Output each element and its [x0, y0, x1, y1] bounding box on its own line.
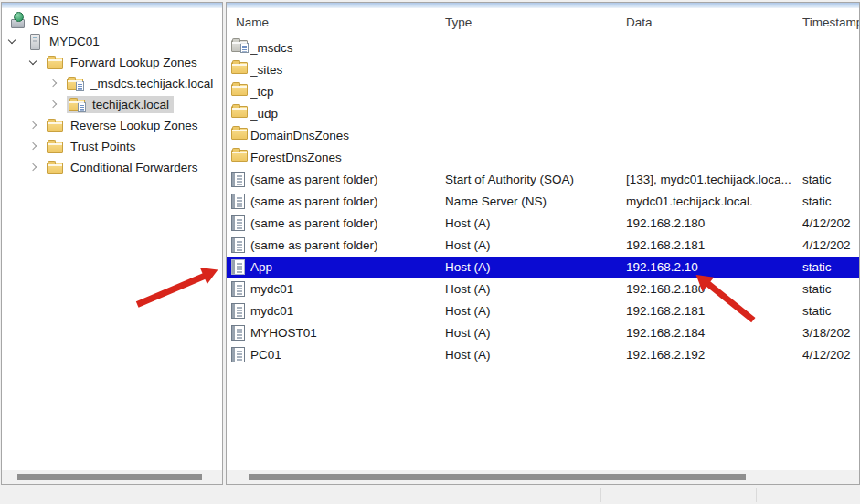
record-name: MYHOST01 — [250, 322, 317, 344]
zone-folder-icon — [67, 79, 83, 90]
dns-record-row[interactable]: _udp — [227, 103, 859, 125]
server-icon — [30, 34, 40, 50]
record-type: Host (A) — [445, 344, 491, 366]
record-name: PC01 — [250, 344, 281, 366]
column-header-type[interactable]: Type — [445, 8, 472, 37]
record-name: _tcp — [250, 81, 274, 103]
tree-selection-highlight: techijack.local — [67, 96, 174, 113]
record-icon — [231, 215, 245, 231]
tree-item-label: Trust Points — [68, 139, 139, 154]
horizontal-scrollbar[interactable] — [2, 470, 222, 484]
record-data: mydc01.techijack.local. — [626, 191, 753, 213]
tree-item-reverse-lookup-zones[interactable]: Reverse Lookup Zones — [2, 115, 222, 136]
record-type: Name Server (NS) — [445, 191, 547, 213]
records-list-panel: Name Type Data Timestamp _msdcs _sites _… — [226, 2, 860, 485]
folder-icon — [47, 142, 63, 153]
record-icon — [231, 259, 245, 275]
record-data: 192.168.2.184 — [626, 322, 705, 344]
tree-item-forward-lookup-zones[interactable]: Forward Lookup Zones — [2, 52, 222, 73]
chevron-collapsed-icon[interactable] — [26, 118, 41, 133]
dns-record-row[interactable]: mydc01 Host (A) 192.168.2.180 static — [227, 278, 859, 300]
record-icon — [231, 281, 245, 297]
record-icon — [231, 325, 245, 341]
records-list: _msdcs _sites _tcp _udp DomainDnsZones F… — [227, 37, 859, 366]
tree-item-label: Reverse Lookup Zones — [68, 118, 201, 133]
status-bar-divider — [600, 488, 601, 502]
column-header-timestamp[interactable]: Timestamp — [802, 8, 860, 37]
delegated-folder-icon — [231, 40, 248, 52]
tree-item-label: Forward Lookup Zones — [68, 55, 200, 70]
record-name: (same as parent folder) — [250, 235, 378, 257]
record-data: 192.168.2.181 — [626, 300, 705, 322]
folder-icon — [231, 106, 248, 118]
dns-record-row[interactable]: PC01 Host (A) 192.168.2.192 4/12/202 — [227, 344, 859, 366]
dns-record-row[interactable]: mydc01 Host (A) 192.168.2.181 static — [227, 300, 859, 322]
chevron-collapsed-icon[interactable] — [46, 76, 61, 91]
dns-record-row[interactable]: _msdcs — [227, 37, 859, 59]
dns-record-row[interactable]: (same as parent folder) Host (A) 192.168… — [227, 213, 859, 235]
record-name: mydc01 — [250, 278, 293, 300]
tree-item-label: DNS — [30, 13, 62, 28]
record-name: (same as parent folder) — [250, 213, 378, 235]
tree-item-techijack-zone[interactable]: techijack.local — [2, 94, 222, 115]
tree-item-label: MYDC01 — [47, 34, 102, 49]
chevron-collapsed-icon[interactable] — [46, 97, 61, 112]
dns-record-row[interactable]: _sites — [227, 59, 859, 81]
record-name: _sites — [250, 59, 282, 81]
scrollbar-thumb[interactable] — [249, 474, 746, 480]
chevron-expanded-icon[interactable] — [26, 55, 41, 70]
folder-icon — [231, 84, 248, 96]
record-timestamp: static — [802, 191, 832, 213]
record-type: Host (A) — [445, 213, 491, 235]
record-type: Host (A) — [445, 257, 491, 278]
record-timestamp: 4/12/202 — [802, 344, 851, 366]
scrollbar-thumb[interactable] — [17, 474, 202, 480]
folder-icon — [231, 150, 248, 162]
record-timestamp: static — [802, 257, 832, 278]
record-name: DomainDnsZones — [250, 125, 349, 147]
chevron-collapsed-icon[interactable] — [26, 160, 41, 175]
tree-item-msdcs-zone[interactable]: _msdcs.techijack.local — [2, 73, 222, 94]
record-timestamp: 3/18/202 — [802, 322, 851, 344]
zone-page-overlay — [240, 43, 249, 53]
dns-record-row-selected-app[interactable]: App Host (A) 192.168.2.10 static — [227, 257, 859, 278]
record-icon — [231, 237, 245, 253]
folder-icon — [231, 128, 248, 140]
tree-item-conditional-forwarders[interactable]: Conditional Forwarders — [2, 157, 222, 178]
record-icon — [231, 172, 245, 187]
tree-item-mydc01[interactable]: MYDC01 — [2, 31, 222, 52]
tree-item-dns[interactable]: DNS — [2, 10, 222, 31]
horizontal-scrollbar[interactable] — [227, 470, 859, 484]
record-timestamp: 4/12/202 — [802, 235, 851, 257]
tree-item-label: _msdcs.techijack.local — [88, 76, 216, 91]
record-type: Host (A) — [445, 322, 491, 344]
record-timestamp: static — [802, 300, 832, 322]
tree-item-trust-points[interactable]: Trust Points — [2, 136, 222, 157]
dns-record-row[interactable]: (same as parent folder) Name Server (NS)… — [227, 191, 859, 213]
list-header: Name Type Data Timestamp — [227, 8, 859, 37]
dns-record-row[interactable]: (same as parent folder) Start of Authori… — [227, 169, 859, 191]
record-timestamp: static — [802, 169, 832, 191]
folder-icon — [47, 163, 63, 174]
dns-record-row[interactable]: DomainDnsZones — [227, 125, 859, 147]
record-timestamp: static — [802, 278, 832, 300]
tree-item-label: techijack.local — [90, 97, 172, 112]
zone-page-overlay — [76, 81, 84, 91]
dns-record-row[interactable]: ForestDnsZones — [227, 147, 859, 169]
dns-record-row[interactable]: _tcp — [227, 81, 859, 103]
record-type: Host (A) — [445, 300, 491, 322]
record-name: (same as parent folder) — [250, 169, 378, 191]
record-timestamp: 4/12/202 — [802, 213, 851, 235]
zone-folder-icon — [69, 100, 85, 111]
chevron-collapsed-icon[interactable] — [26, 139, 41, 154]
column-header-name[interactable]: Name — [236, 8, 269, 37]
record-name: App — [250, 257, 272, 278]
tree-item-label: Conditional Forwarders — [68, 160, 201, 175]
status-bar-divider — [756, 488, 757, 502]
column-header-data[interactable]: Data — [626, 8, 653, 37]
dns-console-icon — [10, 13, 26, 28]
chevron-expanded-icon[interactable] — [5, 34, 20, 49]
dns-record-row[interactable]: (same as parent folder) Host (A) 192.168… — [227, 235, 859, 257]
zone-page-overlay — [78, 102, 86, 112]
dns-record-row[interactable]: MYHOST01 Host (A) 192.168.2.184 3/18/202 — [227, 322, 859, 344]
